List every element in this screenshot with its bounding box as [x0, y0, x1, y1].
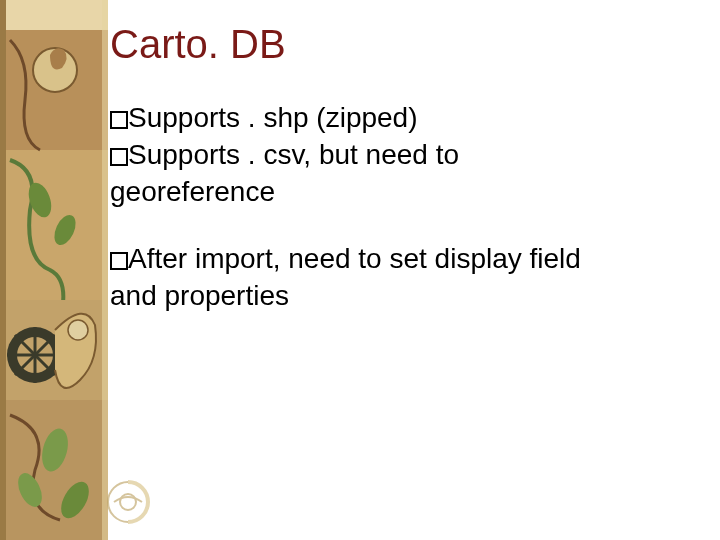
bullet-text: georeference	[110, 176, 275, 207]
slide: Carto. DB Supports . shp (zipped) Suppor…	[0, 0, 720, 540]
bullet-square-icon	[110, 148, 128, 166]
left-decoration	[0, 0, 108, 540]
svg-rect-15	[102, 0, 108, 540]
bullet-group-1: Supports . shp (zipped) Supports . csv, …	[110, 100, 690, 211]
bullet-square-icon	[110, 252, 128, 270]
corner-decoration	[100, 474, 156, 530]
svg-rect-1	[0, 0, 108, 30]
bullet-text: Supports . csv, but need to	[128, 139, 459, 170]
bullet-continuation: and properties	[110, 278, 690, 315]
bullet-text: After import, need to set display field	[128, 243, 581, 274]
bullet-item: After import, need to set display field	[110, 241, 690, 278]
bullet-item: Supports . csv, but need to	[110, 137, 690, 174]
bullet-square-icon	[110, 111, 128, 129]
bullet-text: Supports . shp (zipped)	[128, 102, 418, 133]
bullet-group-2: After import, need to set display field …	[110, 241, 690, 315]
bullet-item: Supports . shp (zipped)	[110, 100, 690, 137]
slide-body: Supports . shp (zipped) Supports . csv, …	[110, 100, 690, 345]
bullet-continuation: georeference	[110, 174, 690, 211]
slide-title: Carto. DB	[110, 22, 286, 66]
bullet-text: and properties	[110, 280, 289, 311]
svg-point-9	[68, 320, 88, 340]
svg-rect-14	[0, 0, 6, 540]
